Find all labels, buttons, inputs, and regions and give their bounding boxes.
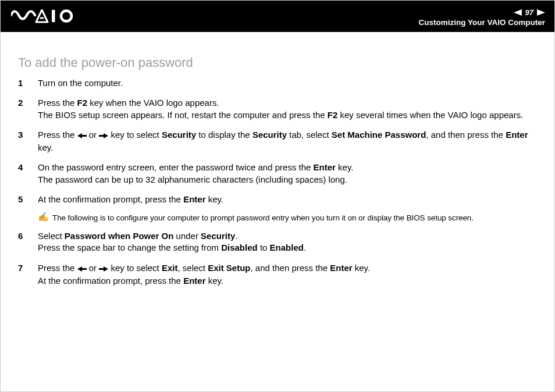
nav-next-icon[interactable] (537, 9, 545, 16)
t: Press the space bar to change the settin… (38, 243, 221, 252)
arrow-right-icon (99, 263, 108, 275)
content-area: To add the power-on password Turn on the… (1, 32, 554, 287)
step-2: Press the F2 key when the VAIO logo appe… (18, 97, 537, 121)
t: key. (38, 142, 53, 152)
arrow-left-icon (77, 263, 87, 275)
t: At the confirmation prompt, press the (38, 276, 183, 286)
svg-marker-7 (99, 266, 108, 272)
bold: Enabled (270, 243, 304, 252)
bold: Set Machine Password (332, 130, 426, 140)
t: , select (177, 263, 208, 273)
svg-marker-6 (77, 266, 87, 272)
key-enter: Enter (183, 276, 205, 286)
t: The password can be up to 32 alphanumeri… (38, 174, 347, 184)
key-enter: Enter (506, 130, 528, 140)
key-enter: Enter (330, 263, 352, 273)
page-number: 97 (524, 8, 535, 17)
svg-rect-0 (52, 10, 55, 22)
t: to display the (196, 130, 252, 140)
svg-marker-3 (537, 9, 545, 16)
arrow-left-icon (77, 130, 87, 142)
t: tab, select (287, 130, 332, 140)
step-text: Turn on the computer. (38, 78, 123, 88)
t: key when the VAIO logo appears. (87, 98, 219, 108)
t: key. (205, 276, 223, 286)
t: key to select (108, 130, 162, 140)
key-f2: F2 (328, 110, 338, 120)
bold: Password when Power On (65, 231, 174, 241)
note-icon: ✍ (38, 212, 49, 221)
vaio-logo (11, 9, 75, 23)
svg-point-1 (61, 11, 72, 22)
t: key. (205, 194, 223, 204)
arrow-right-icon (99, 130, 108, 142)
header-bar: 97 Customizing Your VAIO Computer (1, 1, 554, 32)
t: On the password entry screen, enter the … (38, 162, 314, 172)
step-7: Press the or key to select Exit, select … (18, 262, 537, 287)
page-heading: To add the power-on password (18, 55, 537, 70)
step-4: On the password entry screen, enter the … (18, 162, 537, 186)
t: Press the (38, 98, 77, 108)
header-right: 97 Customizing Your VAIO Computer (418, 8, 545, 27)
bold: Security (201, 231, 235, 241)
svg-marker-5 (99, 133, 108, 138)
t: key to select (108, 263, 162, 273)
t: At the confirmation prompt, press the (38, 194, 183, 204)
key-enter: Enter (314, 162, 336, 172)
svg-marker-4 (77, 133, 87, 138)
t: , and then press the (426, 130, 506, 140)
t: . (304, 243, 306, 252)
bold: Exit Setup (208, 263, 250, 273)
t: , and then press the (251, 263, 330, 273)
section-title: Customizing Your VAIO Computer (418, 18, 545, 27)
bold: Disabled (221, 243, 258, 252)
bold: Security (252, 130, 287, 140)
t: key. (353, 263, 371, 273)
t: . (235, 231, 237, 241)
t: to (258, 243, 270, 252)
t: under (173, 231, 201, 241)
bold: Exit (162, 263, 178, 273)
t: or (87, 263, 99, 273)
step-5: At the confirmation prompt, press the En… (18, 194, 537, 205)
t: or (87, 130, 99, 140)
key-enter: Enter (183, 194, 205, 204)
t: key several times when the VAIO logo app… (337, 110, 523, 120)
page-nav: 97 (418, 8, 545, 17)
t: Press the (38, 130, 77, 140)
t: Press the (38, 263, 77, 273)
steps-list-cont: Select Password when Power On under Secu… (18, 230, 537, 287)
step-6: Select Password when Power On under Secu… (18, 230, 537, 254)
svg-marker-2 (514, 9, 522, 16)
t: The BIOS setup screen appears. If not, r… (38, 110, 328, 120)
step-1: Turn on the computer. (18, 77, 537, 89)
step-3: Press the or key to select Security to d… (18, 129, 537, 154)
steps-list: Turn on the computer. Press the F2 key w… (18, 77, 537, 205)
bold: Security (162, 130, 196, 140)
note-block: ✍ The following is to configure your com… (38, 213, 537, 222)
t: key. (336, 162, 354, 172)
t: Select (38, 231, 65, 241)
note-text: The following is to configure your compu… (52, 213, 474, 222)
nav-prev-icon[interactable] (514, 9, 522, 16)
key-f2: F2 (77, 98, 88, 108)
